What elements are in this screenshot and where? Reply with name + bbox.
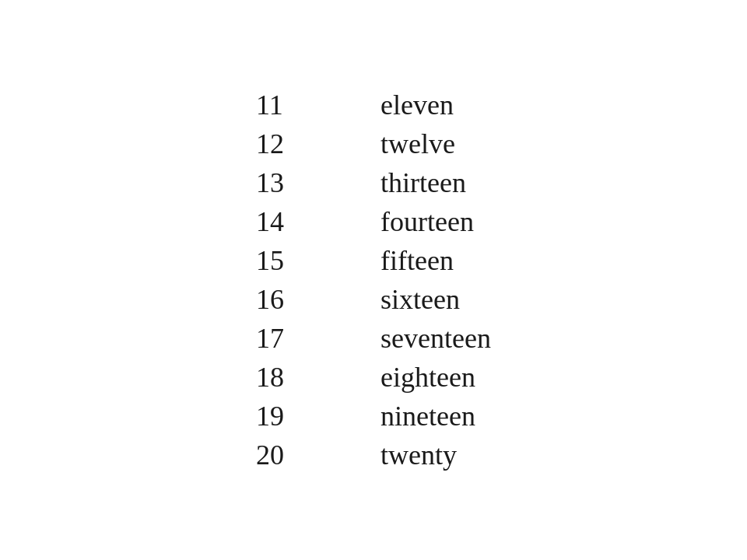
number-word: nineteen — [381, 400, 475, 432]
number-word: sixteen — [381, 283, 460, 316]
number-digit: 17 — [256, 322, 334, 355]
number-digit: 19 — [256, 400, 334, 432]
number-row: 15fifteen — [256, 241, 491, 280]
number-row: 12twelve — [256, 124, 491, 163]
number-digit: 20 — [256, 439, 334, 471]
number-word: eighteen — [381, 361, 475, 394]
number-word: eleven — [381, 89, 454, 121]
number-word: fourteen — [381, 205, 474, 238]
number-word: twelve — [381, 128, 455, 160]
number-list: 11eleven12twelve13thirteen14fourteen15fi… — [256, 86, 491, 474]
number-word: seventeen — [381, 322, 491, 355]
number-row: 14fourteen — [256, 202, 491, 241]
number-word: thirteen — [381, 166, 466, 199]
number-digit: 11 — [256, 89, 334, 121]
number-word: fifteen — [381, 244, 454, 277]
number-word: twenty — [381, 439, 457, 471]
number-row: 16sixteen — [256, 280, 491, 319]
number-row: 19nineteen — [256, 397, 491, 436]
number-digit: 15 — [256, 244, 334, 277]
number-digit: 16 — [256, 283, 334, 316]
number-digit: 12 — [256, 128, 334, 160]
number-row: 11eleven — [256, 86, 491, 124]
number-digit: 14 — [256, 205, 334, 238]
number-digit: 13 — [256, 166, 334, 199]
number-row: 18eighteen — [256, 358, 491, 397]
number-row: 20twenty — [256, 436, 491, 474]
number-row: 17seventeen — [256, 319, 491, 358]
number-digit: 18 — [256, 361, 334, 394]
number-row: 13thirteen — [256, 163, 491, 202]
